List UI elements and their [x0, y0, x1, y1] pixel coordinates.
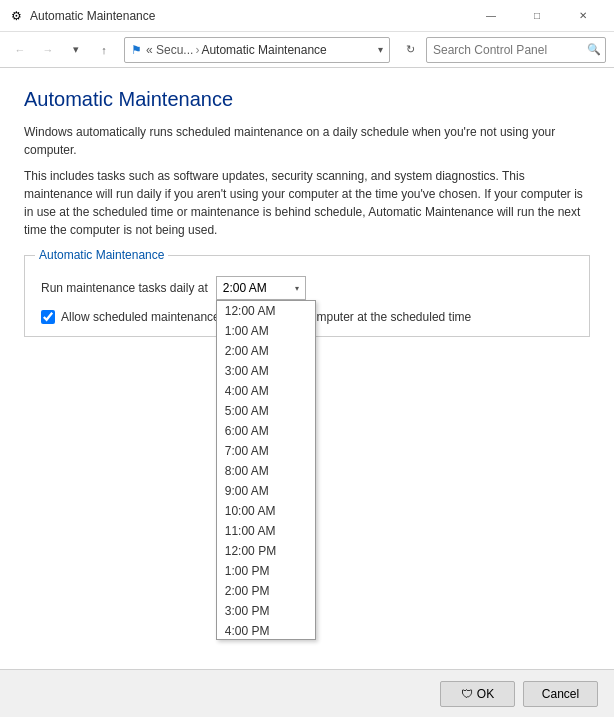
- address-bar[interactable]: ⚑ « Secu... › Automatic Maintenance ▾: [124, 37, 390, 63]
- title-bar-title: Automatic Maintenance: [30, 9, 468, 23]
- maximize-button[interactable]: □: [514, 0, 560, 32]
- form-row: Run maintenance tasks daily at 2:00 AM ▾…: [41, 276, 573, 300]
- list-item[interactable]: 3:00 AM: [217, 361, 315, 381]
- section-box: Automatic Maintenance Run maintenance ta…: [24, 255, 590, 337]
- list-item[interactable]: 7:00 AM: [217, 441, 315, 461]
- ok-button[interactable]: 🛡 OK: [440, 681, 515, 707]
- list-item[interactable]: 4:00 PM: [217, 621, 315, 640]
- list-item[interactable]: 3:00 PM: [217, 601, 315, 621]
- search-input[interactable]: [433, 43, 583, 57]
- bottom-bar: 🛡 OK Cancel: [0, 669, 614, 717]
- address-dropdown-button[interactable]: ▾: [378, 44, 383, 55]
- search-box[interactable]: 🔍: [426, 37, 606, 63]
- wake-checkbox[interactable]: [41, 310, 55, 324]
- close-button[interactable]: ✕: [560, 0, 606, 32]
- dropdown-arrow-icon: ▾: [295, 284, 299, 293]
- cancel-label: Cancel: [542, 687, 579, 701]
- back-button[interactable]: ←: [8, 38, 32, 62]
- list-item[interactable]: 12:00 PM: [217, 541, 315, 561]
- content-area: Automatic Maintenance Windows automatica…: [0, 68, 614, 669]
- description-1: Windows automatically runs scheduled mai…: [24, 123, 590, 159]
- up-button[interactable]: ↑: [92, 38, 116, 62]
- list-item[interactable]: 10:00 AM: [217, 501, 315, 521]
- time-dropdown-list[interactable]: 12:00 AM1:00 AM2:00 AM3:00 AM4:00 AM5:00…: [216, 300, 316, 640]
- selected-time: 2:00 AM: [223, 281, 267, 295]
- forward-button[interactable]: →: [36, 38, 60, 62]
- search-icon: 🔍: [587, 43, 601, 56]
- list-item[interactable]: 2:00 PM: [217, 581, 315, 601]
- flag-icon: ⚑: [131, 43, 142, 57]
- section-label: Automatic Maintenance: [35, 248, 168, 262]
- list-item[interactable]: 4:00 AM: [217, 381, 315, 401]
- list-item[interactable]: 6:00 AM: [217, 421, 315, 441]
- list-item[interactable]: 1:00 AM: [217, 321, 315, 341]
- app-icon: ⚙: [8, 8, 24, 24]
- list-item[interactable]: 9:00 AM: [217, 481, 315, 501]
- minimize-button[interactable]: —: [468, 0, 514, 32]
- page-title: Automatic Maintenance: [24, 88, 590, 111]
- ok-label: OK: [477, 687, 494, 701]
- title-bar: ⚙ Automatic Maintenance — □ ✕: [0, 0, 614, 32]
- ok-shield-icon: 🛡: [461, 687, 473, 701]
- list-item[interactable]: 1:00 PM: [217, 561, 315, 581]
- nav-dropdown-button[interactable]: ▾: [64, 38, 88, 62]
- time-dropdown[interactable]: 2:00 AM ▾: [216, 276, 306, 300]
- title-bar-buttons: — □ ✕: [468, 0, 606, 32]
- list-item[interactable]: 12:00 AM: [217, 301, 315, 321]
- nav-bar: ← → ▾ ↑ ⚑ « Secu... › Automatic Maintena…: [0, 32, 614, 68]
- breadcrumb: « Secu... › Automatic Maintenance: [146, 43, 327, 57]
- list-item[interactable]: 8:00 AM: [217, 461, 315, 481]
- refresh-button[interactable]: ↻: [398, 37, 422, 63]
- list-item[interactable]: 11:00 AM: [217, 521, 315, 541]
- form-label: Run maintenance tasks daily at: [41, 281, 208, 295]
- list-item[interactable]: 2:00 AM: [217, 341, 315, 361]
- description-2: This includes tasks such as software upd…: [24, 167, 590, 239]
- time-dropdown-container: 2:00 AM ▾ 12:00 AM1:00 AM2:00 AM3:00 AM4…: [216, 276, 306, 300]
- list-item[interactable]: 5:00 AM: [217, 401, 315, 421]
- cancel-button[interactable]: Cancel: [523, 681, 598, 707]
